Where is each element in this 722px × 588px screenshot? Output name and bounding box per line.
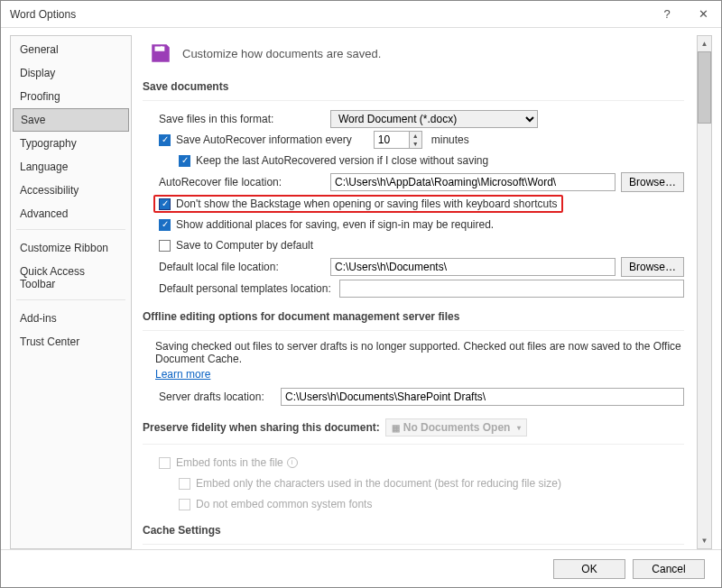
section-offline: Offline editing options for document man…: [143, 308, 684, 331]
section-cache: Cache Settings: [143, 522, 684, 545]
save-computer-label: Save to Computer by default: [176, 239, 313, 252]
scroll-track[interactable]: [698, 51, 711, 533]
offline-note: Saving checked out files to server draft…: [155, 340, 684, 365]
sidebar-item-addins[interactable]: Add-ins: [11, 307, 131, 330]
no-common-checkbox: [179, 499, 190, 510]
dont-show-backstage-row: Don't show the Backstage when opening or…: [153, 195, 563, 213]
scroll-down-arrow[interactable]: ▼: [698, 533, 711, 548]
titlebar: Word Options ? ✕: [1, 1, 721, 28]
autorecover-minutes-input[interactable]: [374, 131, 410, 149]
svg-rect-0: [161, 46, 162, 50]
header-caption: Customize how documents are saved.: [182, 47, 381, 60]
save-format-combo[interactable]: Word Document (*.docx): [330, 110, 538, 128]
no-common-label: Do not embed common system fonts: [196, 498, 372, 510]
section-preserve: Preserve fidelity when sharing this docu…: [143, 421, 380, 434]
sidebar-item-typography[interactable]: Typography: [11, 132, 131, 155]
format-label: Save files in this format:: [159, 113, 330, 125]
cancel-button[interactable]: Cancel: [633, 559, 705, 579]
minutes-label: minutes: [431, 133, 469, 146]
sidebar-item-accessibility[interactable]: Accessibility: [11, 179, 131, 202]
info-icon: i: [287, 457, 298, 468]
sidebar-item-general[interactable]: General: [11, 38, 131, 61]
ok-button[interactable]: OK: [553, 559, 625, 579]
save-computer-checkbox[interactable]: [159, 240, 171, 252]
keep-last-checkbox[interactable]: [179, 155, 190, 167]
scroll-thumb[interactable]: [698, 51, 711, 124]
drafts-input[interactable]: [281, 388, 684, 406]
autorecover-label: Save AutoRecover information every: [176, 133, 352, 146]
embed-fonts-label: Embed fonts in the file: [176, 456, 283, 469]
section-save-documents: Save documents: [143, 78, 684, 101]
content-pane: Customize how documents are saved. Save …: [143, 35, 697, 549]
dont-show-backstage-label: Don't show the Backstage when opening or…: [176, 198, 558, 210]
document-icon: ▦: [392, 423, 400, 433]
default-templates-input[interactable]: [339, 280, 684, 298]
embed-fonts-checkbox: [159, 457, 171, 469]
sidebar-item-save[interactable]: Save: [13, 108, 129, 132]
learn-more-link[interactable]: Learn more: [155, 368, 684, 381]
sidebar-item-language[interactable]: Language: [11, 155, 131, 179]
close-button[interactable]: ✕: [685, 1, 721, 28]
sidebar-item-qat[interactable]: Quick Access Toolbar: [11, 260, 131, 296]
category-sidebar: General Display Proofing Save Typography…: [10, 35, 132, 549]
sidebar-item-trust-center[interactable]: Trust Center: [11, 330, 131, 354]
dont-show-backstage-checkbox[interactable]: [159, 198, 171, 210]
sidebar-item-advanced[interactable]: Advanced: [11, 202, 131, 225]
keep-last-label: Keep the last AutoRecovered version if I…: [196, 154, 488, 167]
save-icon: [148, 41, 173, 66]
scroll-up-arrow[interactable]: ▲: [698, 36, 711, 51]
default-local-label: Default local file location:: [159, 261, 330, 273]
drafts-label: Server drafts location:: [159, 390, 281, 403]
show-additional-label: Show additional places for saving, even …: [176, 218, 494, 231]
embed-chars-label: Embed only the characters used in the do…: [196, 477, 561, 490]
embed-chars-checkbox: [179, 478, 190, 490]
window-title: Word Options: [10, 8, 649, 21]
sidebar-item-display[interactable]: Display: [11, 61, 131, 85]
autorecover-minutes-spinner[interactable]: ▲▼: [374, 131, 422, 149]
default-local-browse-button[interactable]: Browse…: [621, 257, 684, 277]
sidebar-item-proofing[interactable]: Proofing: [11, 85, 131, 108]
autorecover-checkbox[interactable]: [159, 134, 171, 146]
help-button[interactable]: ?: [649, 1, 685, 28]
autorecover-loc-input[interactable]: [330, 173, 616, 191]
default-local-input[interactable]: [330, 258, 616, 276]
word-options-dialog: Word Options ? ✕ General Display Proofin…: [0, 0, 722, 588]
autorecover-browse-button[interactable]: Browse…: [621, 172, 684, 192]
sidebar-item-customize-ribbon[interactable]: Customize Ribbon: [11, 236, 131, 260]
show-additional-checkbox[interactable]: [159, 219, 171, 231]
autorecover-loc-label: AutoRecover file location:: [159, 176, 330, 188]
preserve-doc-combo: ▦ No Documents Open ▾: [385, 418, 528, 436]
default-templates-label: Default personal templates location:: [159, 282, 339, 295]
vertical-scrollbar[interactable]: ▲ ▼: [697, 35, 712, 549]
dialog-footer: OK Cancel: [1, 549, 721, 587]
